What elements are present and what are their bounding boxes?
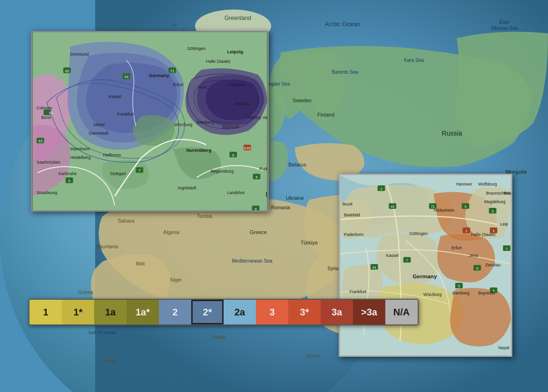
gabon-label: Gabon bbox=[102, 358, 117, 363]
svg-text:5: 5 bbox=[68, 179, 71, 183]
darmstadt-label: Darmstadt bbox=[89, 131, 108, 136]
heidelberg-label: Heidelberg bbox=[70, 155, 91, 160]
greece-label: Greece bbox=[250, 229, 267, 235]
germany2-label: Germany bbox=[412, 273, 437, 280]
bamberg2-label: Bamberg bbox=[452, 291, 470, 295]
hildesheim-label: Hildesheim bbox=[434, 208, 455, 213]
e-siberian-sea-label: East bbox=[499, 20, 509, 25]
bayreuth2-label: Bayreuth bbox=[478, 291, 495, 295]
mannheim-label: Mannheim bbox=[70, 147, 90, 151]
svg-text:9: 9 bbox=[492, 210, 494, 213]
svg-text:6: 6 bbox=[255, 175, 258, 179]
legend-2star[interactable]: 2* bbox=[191, 300, 224, 324]
legend-2[interactable]: 2 bbox=[159, 300, 191, 324]
frankfurt-label: Frankfurt bbox=[117, 112, 134, 117]
legend-na[interactable]: N/A bbox=[385, 300, 418, 324]
legend-1[interactable]: 1 bbox=[29, 300, 62, 324]
landshut-label: Landshut bbox=[227, 190, 245, 195]
romania-label: Romania bbox=[271, 205, 290, 210]
arctic-ocean-label: Arctic Ocean bbox=[325, 20, 360, 28]
jena2-label: Jena bbox=[469, 253, 478, 258]
erfurt2-label: Erfurt bbox=[451, 245, 462, 250]
svg-text:9: 9 bbox=[458, 284, 460, 288]
erfurt-label: Erfurt bbox=[173, 82, 184, 87]
stuttgart-label: Stuttgart bbox=[110, 171, 126, 176]
legend-1astar[interactable]: 1a* bbox=[127, 300, 159, 324]
svg-text:9: 9 bbox=[232, 153, 234, 157]
tunisia-label: Tunisia bbox=[197, 214, 212, 219]
e-siberian-sea-label2: Siberian Sea bbox=[490, 26, 518, 31]
algeria-label: Algeria bbox=[163, 229, 180, 235]
jena-label: Jena bbox=[197, 85, 206, 89]
bonn-label: Bonn bbox=[41, 115, 51, 120]
svg-text:49: 49 bbox=[65, 69, 69, 73]
turkiye-label: Türkiye bbox=[301, 240, 318, 245]
karlovy-label: Karlovy Vary bbox=[247, 115, 267, 120]
legend-2a[interactable]: 2a bbox=[224, 300, 256, 324]
zwickau-label: Zwickau bbox=[234, 101, 250, 106]
mainz-label: Mainz bbox=[94, 122, 105, 127]
svg-text:7: 7 bbox=[406, 259, 408, 262]
svg-text:E49: E49 bbox=[244, 146, 251, 150]
nepal-label: Nepal bbox=[498, 345, 509, 350]
bayreuth-label: Bayreuth bbox=[223, 125, 239, 129]
svg-text:71: 71 bbox=[170, 69, 175, 73]
barents-sea-label: Barents Sea bbox=[332, 69, 358, 75]
leipzig-label: Leipzig bbox=[227, 49, 243, 54]
hanover-label: Hanover bbox=[456, 182, 472, 186]
wurzburg2-label: Würzburg bbox=[423, 292, 441, 297]
bielefeld-label: Bielefeld bbox=[344, 213, 360, 217]
svg-text:43: 43 bbox=[38, 139, 42, 143]
svg-text:9: 9 bbox=[254, 207, 256, 210]
legend-3a[interactable]: 3a bbox=[321, 300, 353, 324]
karlsruhe-label: Karlsruhe bbox=[59, 171, 77, 176]
sahara-label: Sahara bbox=[117, 218, 135, 224]
heilbronn-label: Heilbronn bbox=[103, 153, 121, 157]
magdeburg-label: Magdeburg bbox=[484, 199, 506, 204]
ingolstadt-label: Ingolstadt bbox=[178, 186, 196, 190]
saarbrucken-label: Saarbrücken bbox=[37, 160, 60, 165]
halle2-label: Halle (Saale) bbox=[471, 232, 495, 237]
legend-1star[interactable]: 1* bbox=[62, 300, 94, 324]
russia-label: Russia bbox=[442, 129, 462, 137]
legend-3[interactable]: 3 bbox=[256, 300, 288, 324]
regional-map-inset: 2 49 71 9 9 2 9 7 7 44 9 9 9 Hanover Wol… bbox=[339, 174, 512, 357]
gottingen-label: Göttingen bbox=[187, 46, 206, 51]
svg-text:2: 2 bbox=[381, 187, 382, 191]
chemnitz-label: Chemnitz bbox=[228, 82, 246, 87]
svg-text:49: 49 bbox=[391, 205, 394, 208]
paderborn-label: Paderborn bbox=[344, 232, 363, 237]
finland-label: Finland bbox=[317, 112, 334, 118]
frankfurt2-label: Frankfurt bbox=[350, 289, 367, 294]
svg-text:7: 7 bbox=[506, 247, 508, 251]
gottingen2-label: Göttingen bbox=[410, 231, 428, 236]
wolfsburg-label: Wolfsburg bbox=[478, 182, 497, 186]
ukraine-label: Ukraine bbox=[286, 195, 304, 201]
legend-3star[interactable]: 3* bbox=[288, 300, 321, 324]
weather-map-inset: Dortmund Göttingen Halle (Saale) Leipzig… bbox=[31, 31, 269, 212]
svg-text:44: 44 bbox=[372, 266, 376, 269]
svg-text:2: 2 bbox=[466, 229, 468, 233]
weather-svg: Dortmund Göttingen Halle (Saale) Leipzig… bbox=[32, 32, 267, 210]
belarus-label: Belarus bbox=[288, 162, 306, 167]
niger-label: Niger bbox=[170, 277, 182, 283]
svg-text:44: 44 bbox=[124, 75, 128, 79]
sweden-label: Sweden bbox=[293, 98, 312, 103]
guinea-label: Guinea bbox=[78, 290, 94, 295]
germany-label: Germany bbox=[149, 73, 169, 78]
mauritania-label: Mauritania bbox=[96, 244, 118, 249]
brand-label: Brand bbox=[504, 191, 511, 196]
svg-text:61: 61 bbox=[49, 111, 53, 115]
mali-label: Mali bbox=[136, 261, 145, 266]
regensburg-label: Regensburg bbox=[211, 169, 234, 174]
yemen-label: Yemen bbox=[306, 353, 321, 359]
park-label: P-rk bbox=[259, 166, 267, 171]
regional-svg: 2 49 71 9 9 2 9 7 7 44 9 9 9 Hanover Wol… bbox=[340, 175, 511, 355]
sudan-label: Sudan bbox=[212, 334, 226, 340]
nj-label: NJ bbox=[172, 23, 177, 27]
svg-text:7: 7 bbox=[138, 168, 140, 173]
legend-1a[interactable]: 1a bbox=[94, 300, 127, 324]
legend-gt3a[interactable]: >3a bbox=[353, 300, 385, 324]
leip-label: Leip bbox=[500, 222, 508, 226]
kassel2-label: Kassel bbox=[386, 253, 399, 258]
